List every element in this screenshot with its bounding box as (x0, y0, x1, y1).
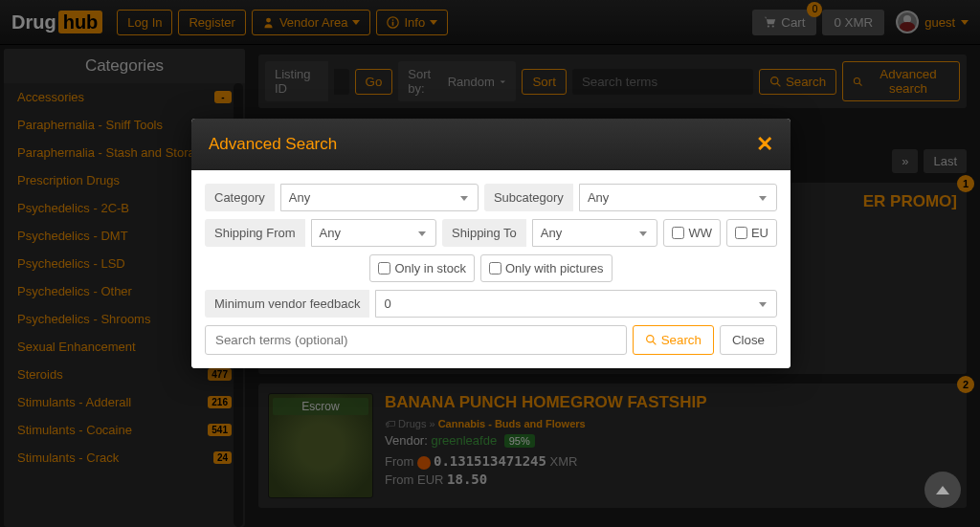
modal-search-button[interactable]: Search (633, 325, 714, 355)
modal-title: Advanced Search (209, 135, 337, 154)
category-label: Category (205, 184, 275, 211)
scroll-to-top-button[interactable] (924, 472, 961, 508)
ww-checkbox[interactable]: WW (663, 219, 721, 247)
min-feedback-select[interactable]: 0 (375, 290, 777, 318)
svg-point-6 (646, 336, 653, 342)
modal-close-button[interactable]: Close (720, 325, 777, 355)
shipping-from-label: Shipping From (205, 219, 305, 247)
eu-checkbox[interactable]: EU (726, 219, 777, 247)
min-feedback-label: Minimum vendor feedback (205, 290, 369, 318)
subcategory-select[interactable]: Any (579, 184, 777, 211)
shipping-to-select[interactable]: Any (532, 219, 658, 247)
close-icon[interactable]: ✕ (756, 132, 773, 157)
search-icon (645, 334, 657, 346)
advanced-search-modal: Advanced Search ✕ Category Any Subcatego… (191, 119, 791, 368)
only-in-stock-checkbox[interactable]: Only in stock (369, 254, 474, 282)
shipping-to-label: Shipping To (442, 219, 526, 247)
modal-search-input[interactable] (205, 325, 627, 355)
only-with-pictures-checkbox[interactable]: Only with pictures (480, 254, 612, 282)
subcategory-label: Subcategory (484, 184, 573, 211)
shipping-from-select[interactable]: Any (311, 219, 437, 247)
category-select[interactable]: Any (280, 184, 479, 211)
